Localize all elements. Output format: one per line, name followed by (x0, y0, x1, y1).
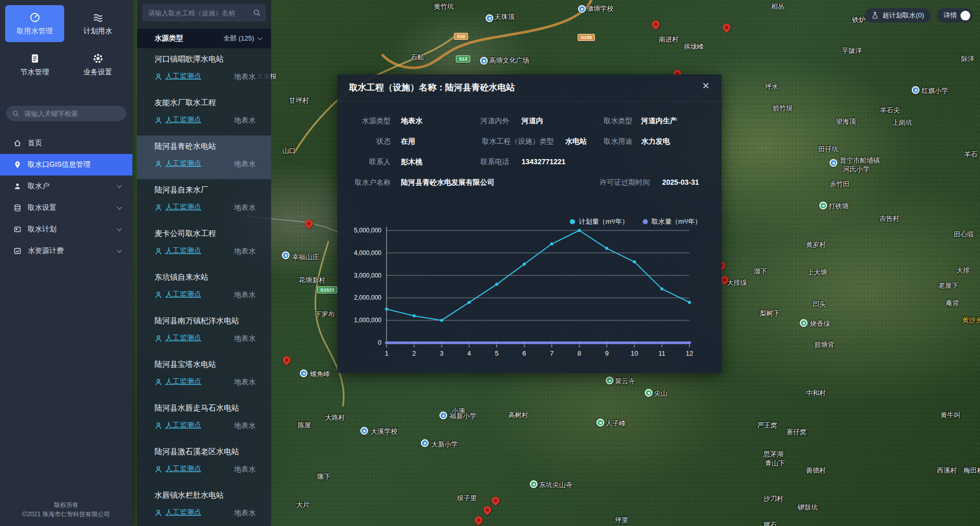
water-source-list-item[interactable]: 水唇镇水栏肚水电站 人工监测点 地表水 (137, 484, 271, 526)
tile-planned-water-use[interactable]: 计划用水 (68, 5, 127, 42)
water-source-name: 河口镇唱歌潭水电站 (155, 54, 224, 64)
monitor-link[interactable]: 人工监测点 (155, 464, 201, 474)
chart-icon (13, 247, 22, 255)
filter-dropdown[interactable]: 全部 (125) (223, 34, 262, 43)
water-source-list-item[interactable]: 东坑镇自来水站 人工监测点 地表水 (137, 266, 271, 310)
waves-icon (92, 12, 104, 23)
field-label: 取水工程（设施）类型 (430, 137, 554, 146)
water-source-name: 陆河县自来水厂 (155, 185, 208, 195)
water-source-list-item[interactable]: 河口镇唱歌潭水电站 人工监测点 地表水 (137, 48, 271, 92)
water-source-name: 陆河县青砼水电站 (155, 142, 216, 151)
monitor-link[interactable]: 人工监测点 (155, 290, 201, 299)
map-place-label: 寨仔窝 (786, 427, 806, 437)
monthly-volume-chart: 01,000,0002,000,0003,000,0004,000,0005,0… (353, 224, 702, 359)
water-source-list-item[interactable]: 陆河县南万镇杞洋水电站 人工监测点 地表水 (137, 310, 271, 354)
list-search-input[interactable] (147, 9, 253, 17)
tile-water-saving-management[interactable]: 节水管理 (5, 46, 64, 83)
field-label: 取水用途 (563, 137, 632, 146)
meter-icon (29, 12, 41, 23)
monitor-link[interactable]: 人工监测点 (155, 115, 201, 125)
water-type: 地表水 (234, 421, 256, 431)
legend-dot-icon (570, 219, 575, 224)
map-place-label: 坪水 (765, 82, 778, 91)
person-icon (155, 73, 162, 81)
map-place-label: 中和村 (806, 388, 826, 398)
monitor-link[interactable]: 人工监测点 (155, 246, 201, 256)
svg-text:5,000,000: 5,000,000 (354, 227, 382, 234)
water-source-list-item[interactable]: 麦卡公司取水工程 人工监测点 地表水 (137, 223, 271, 266)
map-place-label: 黄竹坑 (434, 2, 454, 11)
person-icon (155, 465, 162, 473)
water-source-list-item[interactable]: 陆河县青砼水电站 人工监测点 地表水 (137, 135, 271, 179)
person-icon (155, 378, 162, 386)
map-place-label: 沙刀村 (763, 494, 783, 503)
svg-text:1: 1 (385, 349, 388, 357)
menu-item-home[interactable]: 首页 (0, 132, 132, 154)
monitor-link[interactable]: 人工监测点 (155, 377, 201, 386)
monitor-link[interactable]: 人工监测点 (155, 72, 201, 81)
map-place-label: 河氏小学 (843, 165, 870, 174)
map-place-label: 西溪村 (937, 466, 957, 475)
map-place-label: 梅田村 (964, 466, 980, 475)
menu-item-water-intake-plan[interactable]: 取水计划 (0, 219, 132, 240)
svg-text:3: 3 (440, 349, 444, 357)
sidebar-search-box[interactable] (6, 106, 126, 121)
sidebar: 取用水管理 计划用水 节水管理 业务设置 (0, 0, 132, 526)
chevron-down-icon (258, 35, 263, 40)
field-value: 在用 (401, 137, 415, 146)
field-label: 河道内外 (430, 116, 509, 126)
map-place-label: 石船 (411, 53, 424, 62)
map-place-label: 羊石 (964, 150, 977, 159)
map-place-label: 大路村 (325, 413, 345, 422)
list-search-box[interactable] (142, 4, 266, 22)
map-place-label: 箭塘背 (814, 340, 834, 349)
map-place-label: 人子峰 (606, 419, 626, 428)
map-place-label: 甘坪村 (289, 96, 309, 105)
menu-item-water-resource-billing[interactable]: 水资源计费 (0, 240, 132, 262)
menu-item-water-users[interactable]: 取水户 (0, 176, 132, 197)
map-place-label: 相丛 (771, 2, 784, 11)
monitor-link[interactable]: 人工监测点 (155, 508, 201, 517)
monitor-link[interactable]: 人工监测点 (155, 159, 201, 168)
map-place-label: 赤竹田 (830, 180, 850, 189)
water-source-list-item[interactable]: 陆河县水唇走马石水电站 人工监测点 地表水 (137, 397, 271, 441)
svg-text:9: 9 (605, 349, 608, 357)
detail-toggle[interactable]: 详情 (937, 8, 973, 23)
water-source-list-item[interactable]: 陆河县自来水厂 人工监测点 地表水 (137, 179, 271, 223)
map-place-label: 高树村 (508, 411, 528, 420)
water-source-list-item[interactable]: 陆河县宝塔水电站 人工监测点 地表水 (137, 354, 271, 397)
map-place-label: 福新小学 (450, 412, 476, 421)
sidebar-search-input[interactable] (23, 109, 120, 118)
tile-business-settings[interactable]: 业务设置 (68, 46, 127, 83)
menu-item-water-intake-settings[interactable]: 取水设置 (0, 197, 132, 219)
map-place-label: 坝子里 (457, 494, 477, 503)
poi-marker-icon (486, 14, 493, 22)
person-icon (155, 247, 162, 255)
user-icon (13, 182, 22, 190)
filter-value: 全部 (125) (223, 34, 254, 43)
close-icon[interactable]: × (702, 80, 709, 92)
water-type: 地表水 (234, 203, 256, 212)
water-source-list-item[interactable]: 陆河县激石溪老区水电站 人工监测点 地表水 (137, 441, 271, 484)
person-icon (155, 509, 162, 517)
menu-item-gis-management[interactable]: 取水口GIS信息管理 (0, 154, 132, 176)
gear-icon (92, 53, 104, 64)
toggle-knob-icon[interactable] (960, 11, 970, 21)
map-place-label: 老屋下 (938, 281, 958, 290)
over-plan-water-button[interactable]: 超计划取水(0) (864, 8, 931, 23)
map-place-label: 打铁塘 (829, 202, 849, 211)
poi-marker-icon (439, 412, 447, 419)
water-source-name: 陆河县南万镇杞洋水电站 (155, 316, 239, 326)
svg-text:10: 10 (630, 349, 638, 357)
water-source-list-item[interactable]: 友能水厂取水工程 人工监测点 地表水 (137, 92, 271, 135)
person-icon (155, 204, 162, 211)
water-source-name: 陆河县水唇走马石水电站 (155, 403, 239, 413)
chevron-down-icon (117, 226, 122, 231)
map-place-label: 大排 (956, 266, 970, 275)
monitor-link[interactable]: 人工监测点 (155, 421, 201, 430)
tile-water-intake-management[interactable]: 取用水管理 (5, 5, 64, 42)
search-icon[interactable] (253, 9, 261, 17)
monitor-link[interactable]: 人工监测点 (155, 334, 201, 343)
water-source-list: 河口镇唱歌潭水电站 人工监测点 地表水 友能水厂取水工程 人工监测点 (137, 48, 271, 526)
monitor-link[interactable]: 人工监测点 (155, 203, 201, 212)
